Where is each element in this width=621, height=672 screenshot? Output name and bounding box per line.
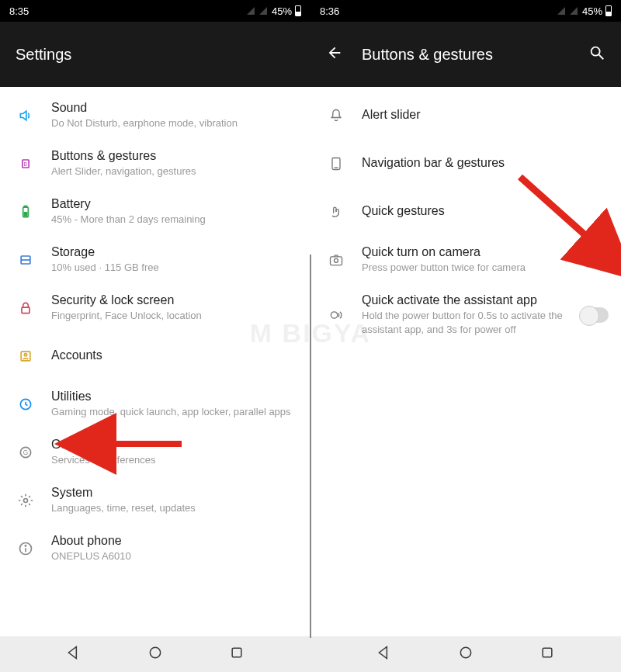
row-title: System xyxy=(51,486,298,500)
nav-recent-icon[interactable] xyxy=(539,645,555,663)
settings-row-accounts[interactable]: Accounts xyxy=(0,332,310,380)
svg-point-17 xyxy=(150,647,160,657)
alert-slider-icon xyxy=(321,101,351,130)
security-icon xyxy=(11,293,40,323)
row-title: Alert slider xyxy=(362,108,609,122)
row-subtitle: 10% used · 115 GB free xyxy=(51,261,298,275)
svg-rect-18 xyxy=(232,648,241,657)
settings-row-utilities[interactable]: UtilitiesGaming mode, quick launch, app … xyxy=(0,380,310,428)
utilities-icon xyxy=(11,390,40,419)
row-title: Quick turn on camera xyxy=(362,245,574,259)
settings-row-system[interactable]: SystemLanguages, time, reset, updates xyxy=(0,476,310,525)
nav-back-icon[interactable] xyxy=(376,645,392,663)
svg-text:G: G xyxy=(23,449,28,456)
gesture-row-alert-slider[interactable]: Alert slider xyxy=(310,92,621,140)
page-title: Buttons & gestures xyxy=(362,46,493,64)
gesture-row-quick-gestures[interactable]: Quick gestures xyxy=(310,188,621,236)
svg-point-19 xyxy=(592,47,600,56)
row-title: Buttons & gestures xyxy=(51,149,298,163)
settings-row-google[interactable]: GGoogleServices & preferences xyxy=(0,428,310,476)
sim-icon xyxy=(557,7,565,15)
row-title: Accounts xyxy=(51,348,298,362)
toggle-quick-camera[interactable] xyxy=(581,252,609,268)
row-subtitle: ONEPLUS A6010 xyxy=(51,549,298,563)
row-subtitle: Do Not Disturb, earphone mode, vibration xyxy=(51,116,298,130)
svg-line-20 xyxy=(599,55,604,60)
buttons-gestures-icon: B xyxy=(11,149,40,178)
phone-left: 8:35 45% Settings SoundDo Not Disturb, e… xyxy=(0,0,310,672)
status-bar: 8:36 45% xyxy=(310,0,621,22)
gesture-list[interactable]: Alert sliderNavigation bar & gesturesQui… xyxy=(310,87,621,350)
row-title: Security & lock screen xyxy=(51,293,298,307)
svg-text:B: B xyxy=(24,161,28,167)
svg-rect-27 xyxy=(543,648,552,657)
phone-right: 8:36 45% Buttons & gestures Alert slider… xyxy=(310,0,621,672)
nav-home-icon[interactable] xyxy=(458,645,474,663)
back-button[interactable] xyxy=(326,44,343,64)
storage-icon xyxy=(11,245,40,275)
row-subtitle: Languages, time, reset, updates xyxy=(51,501,298,515)
row-subtitle: Hold the power button for 0.5s to activa… xyxy=(362,309,574,336)
gesture-row-quick-camera[interactable]: Quick turn on cameraPress power button t… xyxy=(310,236,621,284)
row-title: Sound xyxy=(51,101,298,115)
svg-point-24 xyxy=(335,258,338,262)
row-title: Quick gestures xyxy=(362,204,609,218)
sim-icon xyxy=(259,7,267,15)
nav-bar-icon xyxy=(321,149,351,178)
quick-assistant-icon xyxy=(321,300,351,330)
settings-row-buttons-gestures[interactable]: BButtons & gesturesAlert Slider, navigat… xyxy=(0,140,310,188)
quick-camera-icon xyxy=(321,245,351,275)
row-subtitle: Gaming mode, quick launch, app locker, p… xyxy=(51,405,298,419)
status-bar: 8:35 45% xyxy=(0,0,310,22)
row-subtitle: Fingerprint, Face Unlock, location xyxy=(51,309,298,323)
header: Buttons & gestures xyxy=(310,22,621,87)
clock: 8:35 xyxy=(9,5,29,17)
row-title: Google xyxy=(51,438,298,452)
battery-icon xyxy=(605,5,612,16)
row-title: About phone xyxy=(51,534,298,548)
row-subtitle: 45% - More than 2 days remaining xyxy=(51,213,298,227)
page-title: Settings xyxy=(16,46,71,64)
battery-percent: 45% xyxy=(582,5,602,17)
svg-point-25 xyxy=(331,311,337,317)
settings-row-security[interactable]: Security & lock screenFingerprint, Face … xyxy=(0,284,310,332)
settings-row-about[interactable]: About phoneONEPLUS A6010 xyxy=(0,525,310,573)
nav-recent-icon[interactable] xyxy=(229,645,245,663)
panel-divider xyxy=(310,255,311,638)
quick-gestures-icon xyxy=(321,197,351,227)
sound-icon xyxy=(11,101,40,130)
row-subtitle: Press power button twice for camera xyxy=(362,261,574,275)
battery-icon xyxy=(11,197,40,227)
settings-row-storage[interactable]: Storage10% used · 115 GB free xyxy=(0,236,310,284)
row-title: Navigation bar & gestures xyxy=(362,156,609,170)
row-subtitle: Alert Slider, navigation, gestures xyxy=(51,165,298,178)
svg-point-9 xyxy=(24,354,26,356)
svg-rect-7 xyxy=(22,307,29,313)
google-icon: G xyxy=(11,438,40,467)
system-icon xyxy=(11,486,40,515)
row-subtitle: Services & preferences xyxy=(51,453,298,467)
settings-row-sound[interactable]: SoundDo Not Disturb, earphone mode, vibr… xyxy=(0,92,310,140)
search-button[interactable] xyxy=(588,44,605,64)
settings-list[interactable]: SoundDo Not Disturb, earphone mode, vibr… xyxy=(0,87,310,577)
svg-point-16 xyxy=(25,546,26,546)
row-title: Quick activate the assistant app xyxy=(362,293,574,307)
nav-bar xyxy=(310,636,621,672)
header: Settings xyxy=(0,22,310,87)
svg-point-13 xyxy=(24,499,28,503)
row-title: Storage xyxy=(51,245,298,259)
toggle-quick-assistant[interactable] xyxy=(581,307,609,323)
svg-point-26 xyxy=(460,647,470,657)
sim-icon xyxy=(247,7,255,15)
gesture-row-nav-bar[interactable]: Navigation bar & gestures xyxy=(310,140,621,188)
clock: 8:36 xyxy=(320,5,339,17)
gesture-row-quick-assistant[interactable]: Quick activate the assistant appHold the… xyxy=(310,284,621,345)
accounts-icon xyxy=(11,341,40,371)
nav-home-icon[interactable] xyxy=(147,645,163,663)
nav-back-icon[interactable] xyxy=(66,645,82,663)
nav-bar xyxy=(0,636,310,672)
settings-row-battery[interactable]: Battery45% - More than 2 days remaining xyxy=(0,188,310,236)
svg-rect-4 xyxy=(24,212,28,216)
battery-percent: 45% xyxy=(272,5,292,17)
svg-rect-23 xyxy=(331,257,342,265)
